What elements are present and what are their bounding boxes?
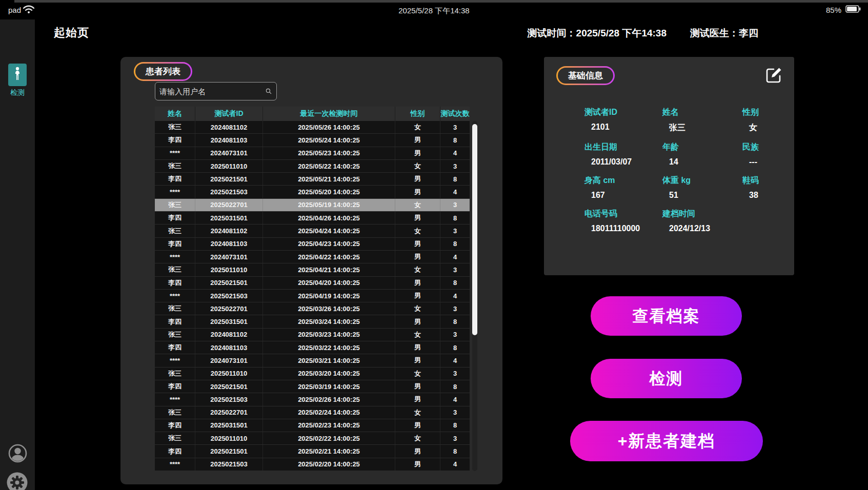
view-archive-button[interactable]: 查看档案 bbox=[591, 296, 742, 336]
patient-cell: 男 bbox=[395, 445, 440, 457]
patient-table: 姓名测试者ID最近一次检测时间性别测试次数 张三20240811022025/0… bbox=[155, 107, 470, 471]
patient-cell: 女 bbox=[395, 368, 440, 380]
patient-cell: 2025/04/19 14:00:25 bbox=[263, 290, 395, 302]
basic-info-grid: 测试者ID2101姓名张三性别女出生日期2011/03/07年龄14民族---身… bbox=[584, 107, 790, 242]
patient-cell: 2025/05/20 14:00:25 bbox=[263, 186, 395, 198]
patient-cell: 2025022701 bbox=[195, 199, 263, 211]
patient-row[interactable]: 李四20250215012025/03/19 14:00:25男8 bbox=[155, 380, 470, 393]
patient-row[interactable]: ****20240731012025/03/21 14:00:25男4 bbox=[155, 354, 470, 367]
search-icon[interactable] bbox=[266, 86, 272, 97]
gear-icon[interactable] bbox=[7, 472, 28, 490]
patient-row[interactable]: ****20240731012025/05/23 14:00:25男4 bbox=[155, 147, 470, 160]
patient-row[interactable]: 张三20250227012025/05/19 14:00:25女3 bbox=[155, 199, 470, 212]
patient-cell: 李四 bbox=[155, 445, 195, 457]
patient-row[interactable]: 张三20240811022025/04/24 14:00:25女3 bbox=[155, 224, 470, 237]
table-scrollbar[interactable] bbox=[472, 121, 477, 471]
patient-cell: 3 bbox=[440, 160, 470, 172]
patient-row[interactable]: 张三20250110102025/05/22 14:00:25女3 bbox=[155, 160, 470, 173]
patient-cell: 张三 bbox=[155, 224, 195, 237]
user-circle-icon[interactable] bbox=[8, 444, 27, 463]
patient-row[interactable]: 张三20250227012025/03/26 14:00:25女3 bbox=[155, 302, 470, 315]
basic-info-title: 基础信息 bbox=[558, 68, 613, 84]
info-field-label: 建档时间 bbox=[662, 209, 742, 219]
patient-row[interactable]: 李四20250215012025/04/20 14:00:25男8 bbox=[155, 277, 470, 290]
patient-cell: 2025/03/24 14:00:25 bbox=[263, 315, 395, 328]
patient-cell: 2025021501 bbox=[195, 173, 263, 185]
patient-cell: 李四 bbox=[155, 277, 195, 289]
patient-cell: 男 bbox=[395, 315, 440, 328]
column-header: 姓名 bbox=[155, 107, 195, 121]
new-patient-button[interactable]: +新患者建档 bbox=[570, 421, 763, 461]
patient-cell: 3 bbox=[440, 432, 470, 444]
patient-cell: 女 bbox=[395, 121, 440, 133]
patient-cell: 2025021501 bbox=[195, 380, 263, 393]
patient-row[interactable]: 李四20240811032025/05/24 14:00:25男8 bbox=[155, 134, 470, 147]
search-input[interactable] bbox=[155, 83, 266, 100]
info-field-value: 18011110000 bbox=[584, 224, 662, 233]
patient-row[interactable]: 李四20250315012025/04/26 14:00:25男8 bbox=[155, 212, 470, 224]
info-field-label: 性别 bbox=[742, 107, 790, 118]
patient-row[interactable]: ****20250215032025/02/26 14:00:25男4 bbox=[155, 393, 470, 406]
sidebar-item-detect-label: 检测 bbox=[0, 88, 35, 97]
patient-cell: 李四 bbox=[155, 380, 195, 393]
basic-info-card: 基础信息 测试者ID2101姓名张三性别女出生日期2011/03/07年龄14民… bbox=[544, 57, 794, 275]
patient-cell: 2025/03/22 14:00:25 bbox=[263, 341, 395, 354]
patient-cell: 8 bbox=[440, 212, 470, 224]
session-info: 测试时间：2025/5/28 下午14:38 测试医生：李四 bbox=[528, 27, 758, 40]
info-field-label: 民族 bbox=[742, 142, 790, 153]
column-header: 测试者ID bbox=[195, 107, 263, 121]
patient-cell: 张三 bbox=[155, 368, 195, 380]
detect-button[interactable]: 检测 bbox=[591, 359, 742, 398]
patient-row[interactable]: ****20250215032025/02/20 14:00:25男4 bbox=[155, 458, 470, 471]
patient-cell: 4 bbox=[440, 186, 470, 198]
patient-row[interactable]: ****20250215032025/04/19 14:00:25男4 bbox=[155, 290, 470, 302]
patient-cell: 2025/05/21 14:00:25 bbox=[263, 173, 395, 185]
patient-row[interactable]: ****20240731012025/04/22 14:00:25男4 bbox=[155, 251, 470, 263]
patient-cell: 张三 bbox=[155, 121, 195, 133]
patient-cell: **** bbox=[155, 251, 195, 263]
patient-cell: 男 bbox=[395, 251, 440, 263]
scrollbar-thumb[interactable] bbox=[472, 124, 477, 335]
battery-status: 85% bbox=[826, 5, 861, 14]
patient-row[interactable]: 张三20250110102025/03/20 14:00:25女3 bbox=[155, 368, 470, 380]
patient-cell: 张三 bbox=[155, 329, 195, 341]
patient-row[interactable]: 李四20250215012025/02/21 14:00:25男8 bbox=[155, 445, 470, 458]
info-field-label: 电话号码 bbox=[584, 209, 662, 219]
info-field-value: --- bbox=[742, 157, 790, 167]
patient-cell: 男 bbox=[395, 134, 440, 146]
patient-cell: 2025/04/22 14:00:25 bbox=[263, 251, 395, 263]
patient-list-card: 患者列表 姓名测试者ID最近一次检测时间性别测试次数 张三20240811022… bbox=[120, 57, 502, 484]
patient-cell: 8 bbox=[440, 315, 470, 328]
patient-row[interactable]: 张三20250227012025/02/24 14:00:25女3 bbox=[155, 406, 470, 419]
edit-icon[interactable] bbox=[764, 65, 784, 85]
patient-row[interactable]: 张三20250110102025/04/21 14:00:25女3 bbox=[155, 263, 470, 276]
patient-list-title: 患者列表 bbox=[135, 64, 191, 79]
patient-cell: 2025/03/19 14:00:25 bbox=[263, 380, 395, 393]
patient-cell: 女 bbox=[395, 302, 440, 315]
patient-row[interactable]: 李四20250215012025/05/21 14:00:25男8 bbox=[155, 173, 470, 186]
patient-row[interactable]: 李四20250315012025/02/23 14:00:25男8 bbox=[155, 419, 470, 432]
patient-table-body: 张三20240811022025/05/26 14:00:25女3李四20240… bbox=[155, 121, 470, 471]
patient-cell: 2025/03/23 14:00:25 bbox=[263, 329, 395, 341]
patient-row[interactable]: 张三20240811022025/03/23 14:00:25女3 bbox=[155, 329, 470, 341]
patient-cell: 男 bbox=[395, 147, 440, 159]
patient-row[interactable]: 李四20240811032025/04/23 14:00:25男8 bbox=[155, 238, 470, 251]
patient-cell: 2025011010 bbox=[195, 160, 263, 172]
patient-row[interactable]: ****20250215032025/05/20 14:00:25男4 bbox=[155, 186, 470, 198]
patient-cell: 张三 bbox=[155, 406, 195, 419]
patient-cell: 李四 bbox=[155, 212, 195, 224]
patient-row[interactable]: 张三20240811022025/05/26 14:00:25女3 bbox=[155, 121, 470, 134]
patient-row[interactable]: 张三20250110102025/02/22 14:00:25女3 bbox=[155, 432, 470, 445]
patient-cell: 2025/04/24 14:00:25 bbox=[263, 224, 395, 237]
info-field: 出生日期2011/03/07 bbox=[584, 142, 662, 167]
info-field-value: 女 bbox=[742, 122, 790, 133]
patient-cell: 3 bbox=[440, 406, 470, 419]
info-field: 体重 kg51 bbox=[662, 175, 742, 200]
sidebar-item-detect[interactable] bbox=[8, 64, 27, 86]
patient-cell: 男 bbox=[395, 354, 440, 366]
patient-row[interactable]: 李四20250315012025/03/24 14:00:25男8 bbox=[155, 315, 470, 328]
info-field-label: 出生日期 bbox=[584, 142, 662, 153]
patient-cell: 8 bbox=[440, 238, 470, 250]
patient-row[interactable]: 李四20240811032025/03/22 14:00:25男8 bbox=[155, 341, 470, 354]
patient-cell: 张三 bbox=[155, 432, 195, 444]
